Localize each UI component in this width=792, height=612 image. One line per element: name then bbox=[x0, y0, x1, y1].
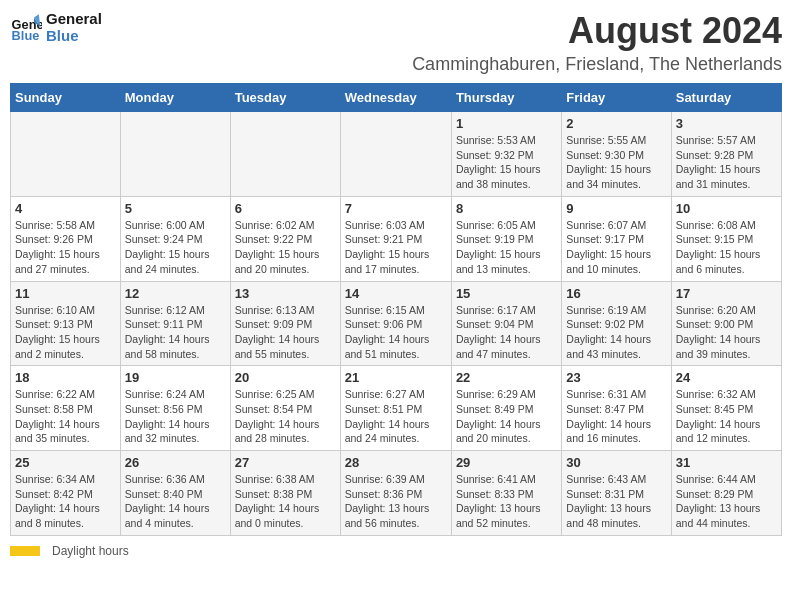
day-info: Sunrise: 6:19 AM Sunset: 9:02 PM Dayligh… bbox=[566, 303, 666, 362]
calendar-cell: 10Sunrise: 6:08 AM Sunset: 9:15 PM Dayli… bbox=[671, 196, 781, 281]
calendar-cell: 19Sunrise: 6:24 AM Sunset: 8:56 PM Dayli… bbox=[120, 366, 230, 451]
day-number: 17 bbox=[676, 286, 777, 301]
day-info: Sunrise: 6:02 AM Sunset: 9:22 PM Dayligh… bbox=[235, 218, 336, 277]
header-thursday: Thursday bbox=[451, 84, 561, 112]
calendar-cell: 14Sunrise: 6:15 AM Sunset: 9:06 PM Dayli… bbox=[340, 281, 451, 366]
day-number: 3 bbox=[676, 116, 777, 131]
week-row-1: 4Sunrise: 5:58 AM Sunset: 9:26 PM Daylig… bbox=[11, 196, 782, 281]
day-info: Sunrise: 6:39 AM Sunset: 8:36 PM Dayligh… bbox=[345, 472, 447, 531]
page-header: General Blue General Blue August 2024 Ca… bbox=[10, 10, 782, 75]
day-info: Sunrise: 6:10 AM Sunset: 9:13 PM Dayligh… bbox=[15, 303, 116, 362]
header-monday: Monday bbox=[120, 84, 230, 112]
day-info: Sunrise: 6:12 AM Sunset: 9:11 PM Dayligh… bbox=[125, 303, 226, 362]
day-number: 6 bbox=[235, 201, 336, 216]
logo-icon: General Blue bbox=[10, 11, 42, 43]
day-info: Sunrise: 6:31 AM Sunset: 8:47 PM Dayligh… bbox=[566, 387, 666, 446]
day-number: 24 bbox=[676, 370, 777, 385]
calendar-cell: 24Sunrise: 6:32 AM Sunset: 8:45 PM Dayli… bbox=[671, 366, 781, 451]
day-info: Sunrise: 6:32 AM Sunset: 8:45 PM Dayligh… bbox=[676, 387, 777, 446]
day-info: Sunrise: 6:17 AM Sunset: 9:04 PM Dayligh… bbox=[456, 303, 557, 362]
calendar-cell: 29Sunrise: 6:41 AM Sunset: 8:33 PM Dayli… bbox=[451, 451, 561, 536]
calendar-cell: 9Sunrise: 6:07 AM Sunset: 9:17 PM Daylig… bbox=[562, 196, 671, 281]
day-info: Sunrise: 5:57 AM Sunset: 9:28 PM Dayligh… bbox=[676, 133, 777, 192]
main-title: August 2024 bbox=[412, 10, 782, 52]
calendar-cell bbox=[340, 112, 451, 197]
day-number: 16 bbox=[566, 286, 666, 301]
day-info: Sunrise: 6:08 AM Sunset: 9:15 PM Dayligh… bbox=[676, 218, 777, 277]
calendar-header: SundayMondayTuesdayWednesdayThursdayFrid… bbox=[11, 84, 782, 112]
day-info: Sunrise: 6:44 AM Sunset: 8:29 PM Dayligh… bbox=[676, 472, 777, 531]
calendar-cell: 4Sunrise: 5:58 AM Sunset: 9:26 PM Daylig… bbox=[11, 196, 121, 281]
day-number: 15 bbox=[456, 286, 557, 301]
day-number: 4 bbox=[15, 201, 116, 216]
day-info: Sunrise: 6:41 AM Sunset: 8:33 PM Dayligh… bbox=[456, 472, 557, 531]
header-sunday: Sunday bbox=[11, 84, 121, 112]
calendar-cell: 13Sunrise: 6:13 AM Sunset: 9:09 PM Dayli… bbox=[230, 281, 340, 366]
day-number: 21 bbox=[345, 370, 447, 385]
day-number: 9 bbox=[566, 201, 666, 216]
day-number: 31 bbox=[676, 455, 777, 470]
calendar-cell: 3Sunrise: 5:57 AM Sunset: 9:28 PM Daylig… bbox=[671, 112, 781, 197]
calendar-cell: 28Sunrise: 6:39 AM Sunset: 8:36 PM Dayli… bbox=[340, 451, 451, 536]
week-row-3: 18Sunrise: 6:22 AM Sunset: 8:58 PM Dayli… bbox=[11, 366, 782, 451]
daylight-bar-icon bbox=[10, 546, 40, 556]
calendar-cell: 8Sunrise: 6:05 AM Sunset: 9:19 PM Daylig… bbox=[451, 196, 561, 281]
day-number: 12 bbox=[125, 286, 226, 301]
calendar-cell: 6Sunrise: 6:02 AM Sunset: 9:22 PM Daylig… bbox=[230, 196, 340, 281]
day-number: 25 bbox=[15, 455, 116, 470]
day-info: Sunrise: 6:24 AM Sunset: 8:56 PM Dayligh… bbox=[125, 387, 226, 446]
title-block: August 2024 Camminghaburen, Friesland, T… bbox=[412, 10, 782, 75]
day-info: Sunrise: 6:36 AM Sunset: 8:40 PM Dayligh… bbox=[125, 472, 226, 531]
day-info: Sunrise: 6:15 AM Sunset: 9:06 PM Dayligh… bbox=[345, 303, 447, 362]
calendar-body: 1Sunrise: 5:53 AM Sunset: 9:32 PM Daylig… bbox=[11, 112, 782, 536]
day-info: Sunrise: 6:00 AM Sunset: 9:24 PM Dayligh… bbox=[125, 218, 226, 277]
day-number: 10 bbox=[676, 201, 777, 216]
day-info: Sunrise: 6:20 AM Sunset: 9:00 PM Dayligh… bbox=[676, 303, 777, 362]
day-info: Sunrise: 6:13 AM Sunset: 9:09 PM Dayligh… bbox=[235, 303, 336, 362]
day-number: 28 bbox=[345, 455, 447, 470]
day-number: 29 bbox=[456, 455, 557, 470]
header-friday: Friday bbox=[562, 84, 671, 112]
day-number: 18 bbox=[15, 370, 116, 385]
calendar-cell: 25Sunrise: 6:34 AM Sunset: 8:42 PM Dayli… bbox=[11, 451, 121, 536]
day-info: Sunrise: 6:25 AM Sunset: 8:54 PM Dayligh… bbox=[235, 387, 336, 446]
day-info: Sunrise: 6:27 AM Sunset: 8:51 PM Dayligh… bbox=[345, 387, 447, 446]
day-info: Sunrise: 6:07 AM Sunset: 9:17 PM Dayligh… bbox=[566, 218, 666, 277]
calendar-cell: 26Sunrise: 6:36 AM Sunset: 8:40 PM Dayli… bbox=[120, 451, 230, 536]
day-info: Sunrise: 6:29 AM Sunset: 8:49 PM Dayligh… bbox=[456, 387, 557, 446]
calendar-cell: 22Sunrise: 6:29 AM Sunset: 8:49 PM Dayli… bbox=[451, 366, 561, 451]
calendar-cell bbox=[120, 112, 230, 197]
calendar-cell bbox=[230, 112, 340, 197]
day-number: 19 bbox=[125, 370, 226, 385]
day-number: 13 bbox=[235, 286, 336, 301]
day-info: Sunrise: 5:58 AM Sunset: 9:26 PM Dayligh… bbox=[15, 218, 116, 277]
calendar-cell: 27Sunrise: 6:38 AM Sunset: 8:38 PM Dayli… bbox=[230, 451, 340, 536]
svg-text:Blue: Blue bbox=[12, 28, 40, 43]
calendar-cell: 2Sunrise: 5:55 AM Sunset: 9:30 PM Daylig… bbox=[562, 112, 671, 197]
day-number: 7 bbox=[345, 201, 447, 216]
day-number: 5 bbox=[125, 201, 226, 216]
day-info: Sunrise: 6:03 AM Sunset: 9:21 PM Dayligh… bbox=[345, 218, 447, 277]
week-row-2: 11Sunrise: 6:10 AM Sunset: 9:13 PM Dayli… bbox=[11, 281, 782, 366]
logo-blue: Blue bbox=[46, 27, 102, 44]
day-info: Sunrise: 6:38 AM Sunset: 8:38 PM Dayligh… bbox=[235, 472, 336, 531]
calendar-cell: 18Sunrise: 6:22 AM Sunset: 8:58 PM Dayli… bbox=[11, 366, 121, 451]
calendar-cell: 7Sunrise: 6:03 AM Sunset: 9:21 PM Daylig… bbox=[340, 196, 451, 281]
header-row: SundayMondayTuesdayWednesdayThursdayFrid… bbox=[11, 84, 782, 112]
calendar-cell: 30Sunrise: 6:43 AM Sunset: 8:31 PM Dayli… bbox=[562, 451, 671, 536]
calendar-table: SundayMondayTuesdayWednesdayThursdayFrid… bbox=[10, 83, 782, 536]
calendar-cell bbox=[11, 112, 121, 197]
logo-general: General bbox=[46, 10, 102, 27]
calendar-cell: 17Sunrise: 6:20 AM Sunset: 9:00 PM Dayli… bbox=[671, 281, 781, 366]
calendar-cell: 15Sunrise: 6:17 AM Sunset: 9:04 PM Dayli… bbox=[451, 281, 561, 366]
footer: Daylight hours bbox=[10, 544, 782, 558]
daylight-label: Daylight hours bbox=[52, 544, 129, 558]
calendar-cell: 12Sunrise: 6:12 AM Sunset: 9:11 PM Dayli… bbox=[120, 281, 230, 366]
day-info: Sunrise: 5:55 AM Sunset: 9:30 PM Dayligh… bbox=[566, 133, 666, 192]
day-number: 30 bbox=[566, 455, 666, 470]
header-saturday: Saturday bbox=[671, 84, 781, 112]
day-number: 11 bbox=[15, 286, 116, 301]
logo: General Blue General Blue bbox=[10, 10, 102, 44]
week-row-4: 25Sunrise: 6:34 AM Sunset: 8:42 PM Dayli… bbox=[11, 451, 782, 536]
day-number: 27 bbox=[235, 455, 336, 470]
